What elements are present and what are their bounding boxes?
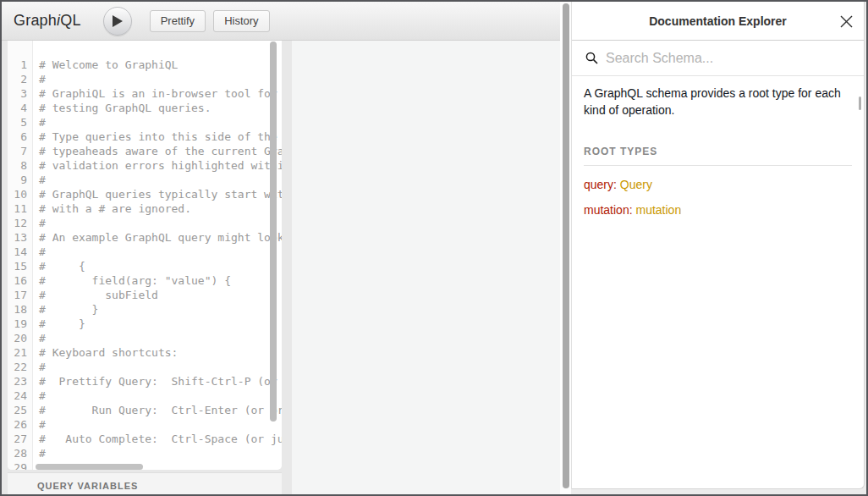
search-icon <box>585 52 598 64</box>
code-lines[interactable]: # Welcome to GraphiQL## GraphiQL is an i… <box>33 41 282 470</box>
code-line: # { <box>39 259 282 273</box>
line-number: 15 <box>8 259 32 273</box>
query-editor[interactable]: 1234567891011121314151617181920212223242… <box>8 41 282 470</box>
code-line: # } <box>39 317 282 331</box>
line-number: 16 <box>8 273 32 288</box>
code-line: # typeaheads aware of the current GraphQ… <box>39 144 282 158</box>
execute-query-button[interactable] <box>103 7 132 36</box>
line-number: 8 <box>8 158 32 173</box>
prettify-button[interactable]: Prettify <box>150 10 206 32</box>
code-line: # <box>39 245 282 259</box>
line-number: 21 <box>8 345 32 360</box>
code-line: # subField <box>39 288 282 302</box>
line-number: 17 <box>8 288 32 302</box>
code-line: # validation errors highlighted within t… <box>39 158 282 173</box>
code-line: # } <box>39 302 282 317</box>
line-number: 12 <box>8 216 32 230</box>
line-number: 9 <box>8 173 32 187</box>
code-line: # Auto Complete: Ctrl-Space (or just sta… <box>39 432 282 446</box>
code-line: # <box>39 216 282 230</box>
code-line: # testing GraphQL queries. <box>39 101 282 115</box>
line-number: 13 <box>8 230 32 245</box>
code-line: # Run Query: Ctrl-Enter (or press the pl… <box>39 403 282 417</box>
root-type-link[interactable]: Query <box>620 178 652 191</box>
code-line: # <box>39 72 282 86</box>
code-line: # An example GraphQL query might look li… <box>39 230 282 245</box>
root-types-list: query: Querymutation: mutation <box>584 178 852 217</box>
line-number: 29 <box>8 460 32 470</box>
editor-horizontal-scrollbar[interactable] <box>36 464 143 470</box>
code-line: # <box>39 417 282 432</box>
code-line: # <box>39 360 282 374</box>
line-number: 22 <box>8 360 32 374</box>
workspace: 1234567891011121314151617181920212223242… <box>2 41 560 494</box>
code-line: # Type queries into this side of the scr… <box>39 130 282 144</box>
query-variables-panel[interactable]: QUERY VARIABLES <box>8 472 282 494</box>
editor-vertical-scrollbar[interactable] <box>270 41 277 422</box>
doc-content: A GraphQL schema provides a root type fo… <box>572 76 864 225</box>
root-type-item: mutation: mutation <box>584 203 852 217</box>
schema-intro-text: A GraphQL schema provides a root type fo… <box>584 85 852 119</box>
line-number: 23 <box>8 374 32 389</box>
code-line: # with a # are ignored. <box>39 201 282 216</box>
close-icon[interactable] <box>838 14 854 29</box>
line-number: 27 <box>8 432 32 446</box>
code-line: # <box>39 389 282 403</box>
code-line: # <box>39 173 282 187</box>
code-line: # GraphQL queries typically start with a… <box>39 187 282 201</box>
line-number: 7 <box>8 144 32 158</box>
root-type-link[interactable]: mutation <box>635 203 681 217</box>
main-scrollbar-thumb[interactable] <box>563 3 569 488</box>
code-line: # field(arg: "value") { <box>39 273 282 288</box>
line-number: 24 <box>8 389 32 403</box>
root-type-keyword: mutation: <box>584 203 633 217</box>
doc-panel-scrollbar-thumb[interactable] <box>859 96 861 110</box>
line-number: 18 <box>8 302 32 317</box>
line-number: 3 <box>8 86 32 101</box>
line-number: 11 <box>8 201 32 216</box>
play-icon <box>112 15 123 27</box>
line-number: 28 <box>8 446 32 460</box>
history-button[interactable]: History <box>213 10 269 32</box>
root-type-keyword: query: <box>584 178 617 191</box>
query-section: GraphiQL Prettify History 12345678910111… <box>2 2 560 494</box>
line-number: 20 <box>8 331 32 345</box>
line-number: 5 <box>8 115 32 130</box>
line-number: 19 <box>8 317 32 331</box>
code-line: # GraphiQL is an in-browser tool for wri… <box>39 86 282 101</box>
line-number: 4 <box>8 101 32 115</box>
root-types-heading: ROOT TYPES <box>584 146 852 166</box>
graphiql-logo: GraphiQL <box>14 12 81 30</box>
query-editor-pane: 1234567891011121314151617181920212223242… <box>2 41 292 494</box>
schema-search-row <box>572 41 864 76</box>
line-number: 25 <box>8 403 32 417</box>
line-number: 2 <box>8 72 32 86</box>
code-line: # Keyboard shortcuts: <box>39 345 282 360</box>
doc-explorer-title: Documentation Explorer <box>649 14 787 28</box>
code-line: # Prettify Query: Shift-Ctrl-P (or press… <box>39 374 282 389</box>
line-number: 6 <box>8 130 32 144</box>
graphiql-window: GraphiQL Prettify History 12345678910111… <box>0 0 868 496</box>
line-number: 14 <box>8 245 32 259</box>
search-schema-input[interactable] <box>606 51 834 66</box>
code-line: # <box>39 331 282 345</box>
code-line: # Welcome to GraphiQL <box>39 58 282 72</box>
documentation-explorer-panel: Documentation Explorer A GraphQL schema … <box>571 2 865 489</box>
code-line: # <box>39 115 282 130</box>
code-line: # <box>39 446 282 460</box>
query-variables-title: QUERY VARIABLES <box>37 481 282 491</box>
line-number: 1 <box>8 58 32 72</box>
doc-title-bar: Documentation Explorer <box>572 2 864 41</box>
line-number: 26 <box>8 417 32 432</box>
line-number: 10 <box>8 187 32 201</box>
root-type-item: query: Query <box>584 178 852 191</box>
topbar: GraphiQL Prettify History <box>2 2 560 41</box>
line-numbers: 1234567891011121314151617181920212223242… <box>8 41 33 470</box>
result-pane <box>292 41 560 494</box>
